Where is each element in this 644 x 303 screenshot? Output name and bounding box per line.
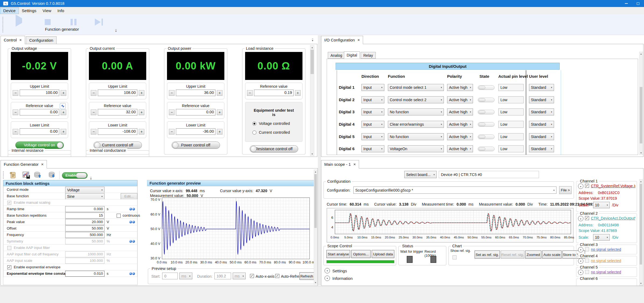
state-toggle[interactable] [478, 135, 495, 139]
auto-refresh-checkbox[interactable]: ✓ [275, 274, 279, 278]
channel-visible-checkbox[interactable]: ✓ [585, 184, 589, 188]
scope-scrollbar[interactable]: ▴ ▾ [639, 179, 643, 286]
decrement-button[interactable]: − [169, 110, 175, 115]
scroll-down-icon[interactable]: ▾ [639, 151, 643, 155]
fg-toolbar-drag-handle[interactable] [3, 171, 4, 179]
information-collapse[interactable]: ▾ Information [325, 276, 353, 281]
tab-main-scope[interactable]: Main scope - 1✕ [321, 160, 359, 168]
channel-visible-checkbox[interactable] [585, 259, 589, 263]
watch-icon[interactable] [129, 208, 135, 210]
decrement-button[interactable]: − [13, 110, 18, 115]
symmetry-input[interactable]: 50.000 [65, 238, 105, 244]
aap-filter-checkbox[interactable] [7, 246, 11, 250]
vertical-splitter[interactable] [318, 35, 321, 286]
user-level-select[interactable]: Standard▾ [529, 84, 554, 91]
lower-limit-input[interactable]: -36.00 [176, 128, 215, 135]
configuration-file-select[interactable]: ScopeConfigurationfile000.g5scp *▾ [353, 186, 556, 194]
start-unit-select[interactable]: ms▾ [179, 273, 192, 279]
increment-button[interactable]: + [139, 90, 144, 96]
increment-button[interactable]: + [217, 129, 222, 135]
control-panel-pin-icon[interactable]: ▾ [312, 39, 313, 42]
pause-icon[interactable] [71, 19, 76, 25]
frequency-input[interactable]: 500.000 [65, 232, 105, 238]
lower-limit-input[interactable]: 0.00 [20, 128, 59, 135]
scroll-up-icon[interactable]: ▴ [310, 45, 314, 49]
database-download-icon[interactable] [48, 171, 57, 179]
decrement-button[interactable]: − [13, 129, 18, 135]
tab-function-generator[interactable]: Function Generator✕ [1, 160, 47, 168]
function-select[interactable]: No function▾ [388, 108, 444, 115]
increment-button[interactable]: + [295, 90, 301, 96]
fg-scrollbar[interactable]: ▴ ▾ [314, 170, 317, 285]
function-select[interactable]: Control mode select 2▾ [388, 96, 444, 103]
direction-select[interactable]: Input▾ [361, 84, 384, 91]
direction-select[interactable]: Input▾ [361, 121, 384, 128]
decrement-button[interactable]: − [91, 90, 96, 96]
polarity-select[interactable]: Active high▾ [447, 84, 473, 91]
scroll-down-icon[interactable]: ▾ [639, 281, 642, 285]
polarity-select[interactable]: Active high▾ [447, 96, 473, 103]
upload-data-button[interactable]: Upload data [372, 250, 394, 258]
preview-chart[interactable] [162, 198, 310, 259]
decrement-button[interactable]: − [247, 90, 253, 96]
settings-collapse[interactable]: ▾ Settings [325, 268, 347, 273]
radio-current-controlled[interactable] [252, 131, 256, 135]
scroll-down-icon[interactable]: ▾ [314, 281, 317, 284]
file-button[interactable]: File > [559, 186, 572, 194]
state-toggle[interactable] [478, 98, 495, 102]
database-upload-icon[interactable] [34, 171, 42, 179]
increment-button[interactable]: + [61, 129, 66, 135]
menu-settings[interactable]: Settings [19, 8, 39, 14]
tab-configuration[interactable]: Configuration [26, 36, 56, 44]
state-toggle[interactable] [478, 147, 495, 151]
decrement-button[interactable]: − [169, 90, 175, 96]
direction-select[interactable]: Input▾ [361, 133, 384, 140]
reference-value-input[interactable]: 0.00 [176, 109, 215, 115]
control-scrollbar[interactable]: ▴ ▾ [310, 45, 314, 156]
direction-select[interactable]: Input▾ [361, 108, 384, 115]
aap-cutoff-input[interactable]: 1000.000 [65, 251, 105, 257]
toolbar-overflow-icon[interactable]: ▾ [115, 29, 117, 33]
scope-chart[interactable] [335, 210, 571, 234]
channel-visible-checkbox[interactable]: ✓ [585, 216, 589, 220]
direction-select[interactable]: Input▾ [361, 96, 384, 103]
upper-limit-input[interactable]: 108.00 [98, 90, 137, 96]
subtab-digital[interactable]: Digital [344, 51, 360, 59]
menu-device[interactable]: Device [0, 8, 19, 14]
menu-view[interactable]: View [40, 8, 54, 14]
user-level-select[interactable]: Standard▾ [529, 145, 554, 152]
scrollbar-thumb[interactable] [314, 174, 317, 228]
increment-button[interactable]: + [61, 90, 66, 96]
step-icon[interactable] [95, 19, 103, 26]
scroll-up-icon[interactable]: ▴ [639, 179, 642, 183]
options-button[interactable]: Options... [351, 250, 371, 258]
continuous-checkbox[interactable] [117, 214, 121, 218]
control-mode-select[interactable]: Voltage▾ [65, 187, 105, 193]
collapse-channel-button[interactable]: ▴ [578, 184, 583, 189]
collapse-channel-button[interactable]: ▴ [578, 216, 583, 221]
channel-scale-select[interactable]: 10▾ [593, 202, 610, 208]
upper-limit-input[interactable]: 100.00 [20, 90, 59, 96]
scrollbar-thumb[interactable] [640, 87, 642, 143]
fg-enabled-toggle[interactable]: Enabled [62, 172, 88, 179]
decrement-button[interactable]: − [13, 90, 18, 96]
start-analyse-button[interactable]: Start analyse [326, 250, 350, 258]
close-icon[interactable]: ✕ [19, 38, 22, 42]
user-level-select[interactable]: Standard▾ [529, 121, 554, 128]
watch-icon[interactable] [129, 240, 135, 243]
scrollbar-thumb[interactable] [311, 50, 314, 74]
channel-visible-checkbox[interactable] [585, 270, 589, 274]
show-ref-sig-checkbox[interactable] [452, 255, 457, 259]
increment-button[interactable]: + [217, 110, 222, 115]
decrement-button[interactable]: − [91, 129, 96, 135]
maximize-button[interactable] [632, 0, 644, 7]
reference-value-input[interactable]: 0.19 [254, 90, 294, 96]
user-level-select[interactable]: Standard▾ [529, 133, 554, 140]
decrement-button[interactable]: − [91, 110, 96, 115]
select-board-dropdown[interactable]: Select board...▾ [404, 171, 437, 178]
user-level-select[interactable]: Standard▾ [529, 96, 554, 103]
tab-io-configuration[interactable]: I/O Configuration✕ [321, 36, 363, 44]
manual-scaling-checkbox[interactable]: ✓ [7, 201, 11, 205]
channel-signal-link[interactable]: CTR_DeviceAct.DcOutputVolta... [591, 216, 635, 220]
increment-button[interactable]: + [139, 110, 144, 115]
